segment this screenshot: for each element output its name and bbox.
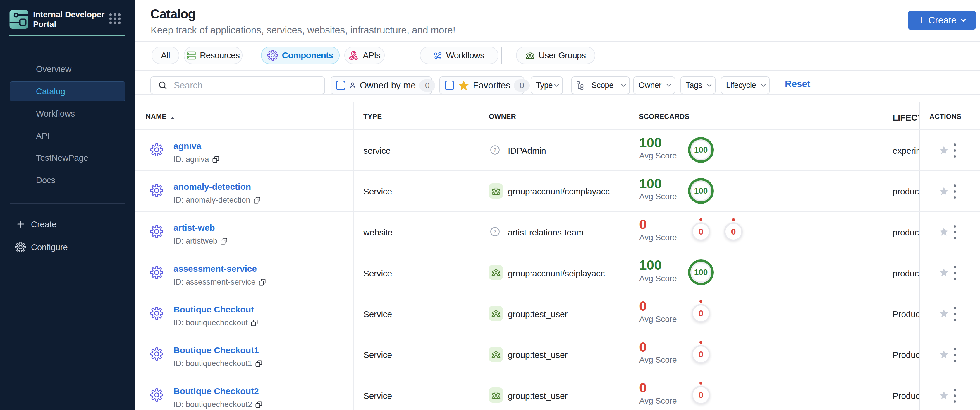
svg-text:?: ? bbox=[493, 229, 496, 235]
svg-text:?: ? bbox=[493, 147, 496, 153]
